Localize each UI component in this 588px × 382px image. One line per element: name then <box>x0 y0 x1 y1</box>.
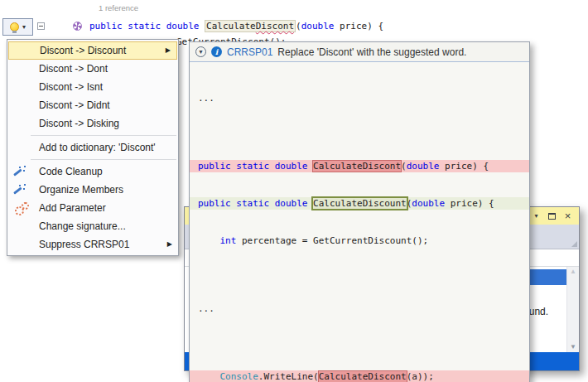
code-type: Console <box>220 371 258 382</box>
outlining-collapse-marker[interactable] <box>37 22 45 30</box>
ellipsis-line: ... <box>190 92 529 104</box>
scroll-down-icon[interactable]: ▼ <box>570 344 576 351</box>
window-position-icon[interactable]: ▾ <box>530 210 542 222</box>
removed-word: CalculateDiscont <box>319 371 407 382</box>
menu-item-change-signature[interactable]: Change signature... <box>7 217 178 235</box>
menu-item-label: Discont -> Discount <box>40 45 126 56</box>
lightbulb-icon <box>10 22 19 31</box>
issue-code: CRRSP01 <box>227 46 272 58</box>
submenu-arrow-icon: ▶ <box>166 42 171 59</box>
menu-item-label: Organize Members <box>39 184 123 196</box>
menu-item-label: Code Cleanup <box>39 166 103 177</box>
menu-item-code-cleanup[interactable]: Code Cleanup <box>7 162 178 181</box>
magic-wand-icon <box>14 165 27 178</box>
screenshot-root: 1 reference public static double Calcula… <box>0 0 588 382</box>
code-text: .WriteLine( <box>258 371 319 382</box>
ellipsis-line: ... <box>190 302 529 315</box>
menu-item-dont[interactable]: Discont -> Dont <box>7 60 178 78</box>
code-text: price) { <box>445 198 494 209</box>
close-icon: × <box>565 210 571 222</box>
menu-item-add-parameter[interactable]: Add Parameter <box>7 199 178 217</box>
menu-item-label: Add to dictionary: 'Discont' <box>39 142 156 153</box>
code-keywords: public static double <box>198 198 313 209</box>
code-paren: ( <box>296 21 301 31</box>
menu-item-organize-members[interactable]: Organize Members <box>7 181 178 199</box>
menu-item-label: Discont -> Isnt <box>39 81 103 93</box>
method-name-head: Calculate <box>206 21 256 31</box>
diff-added-line: public static double CalculateDiscount(d… <box>190 197 529 210</box>
quick-actions-menu: Discont -> Discount ▶ Discont -> Dont Di… <box>7 39 179 256</box>
gears-icon <box>14 201 27 215</box>
diff-removed-line: Console.WriteLine(CalculateDiscont(a)); <box>190 370 529 382</box>
menu-item-add-to-dictionary[interactable]: Add to dictionary: 'Discont' <box>7 138 178 157</box>
code-text: ( <box>401 161 407 172</box>
vertical-scrollbar[interactable]: ▲ ▼ <box>566 267 579 352</box>
code-keywords: public static double <box>198 161 313 172</box>
menu-item-isnt[interactable]: Discont -> Isnt <box>7 78 178 96</box>
info-icon: i <box>211 46 222 57</box>
fix-preview-popup: ▼ i CRRSP01 Replace 'Discont' with the s… <box>189 41 530 382</box>
preview-header: ▼ i CRRSP01 Replace 'Discont' with the s… <box>190 42 529 62</box>
collapse-chevron-icon[interactable]: ▼ <box>195 46 206 57</box>
code-keywords: public static double <box>89 21 205 31</box>
editor-code-line: public static double CalculateDiscont(do… <box>73 18 383 34</box>
code-rest: price) { <box>334 21 383 31</box>
close-button[interactable]: × <box>561 210 574 222</box>
code-text: percentage = GetCurrentDiscount(); <box>236 235 428 246</box>
menu-item-label: Change signature... <box>39 220 126 232</box>
magic-wand-icon <box>14 183 27 196</box>
code-indent <box>198 371 220 382</box>
removed-word: CalculateDiscont <box>313 161 401 172</box>
menu-separator <box>31 159 176 160</box>
menu-item-suppress[interactable]: Suppress CRRSP01 ▶ <box>7 235 178 254</box>
menu-separator <box>31 135 176 136</box>
codelens-references[interactable]: 1 reference <box>99 3 138 12</box>
preview-diff-body: ... public static double CalculateDiscon… <box>190 62 529 382</box>
submenu-arrow-icon: ▶ <box>167 235 172 254</box>
toolbar-grip <box>571 241 577 247</box>
menu-item-label: Discont -> Dont <box>39 63 108 75</box>
diff-removed-line: public static double CalculateDiscont(do… <box>190 160 529 172</box>
code-keyword: double <box>407 161 440 172</box>
menu-item-discount[interactable]: Discont -> Discount ▶ <box>8 41 177 60</box>
code-param-keyword: double <box>301 21 335 31</box>
misspelled-method-name: CalculateDiscont <box>205 20 296 32</box>
chevron-down-icon: ▾ <box>22 24 26 31</box>
lightbulb-button[interactable]: ▾ <box>2 18 33 36</box>
code-text: price) { <box>439 161 489 172</box>
code-indent <box>198 235 220 246</box>
code-keyword: int <box>220 235 237 246</box>
method-name-tail-squiggle: Discont <box>256 21 294 31</box>
issue-message: Replace 'Discont' with the suggested wor… <box>277 46 466 58</box>
menu-item-label: Discont -> Didnt <box>39 99 110 111</box>
chevron-down-icon: ▾ <box>534 212 537 220</box>
maximize-icon <box>548 213 556 220</box>
menu-item-disking[interactable]: Discont -> Disking <box>7 114 178 133</box>
scroll-up-icon[interactable]: ▲ <box>570 268 576 275</box>
code-keyword: double <box>412 198 445 209</box>
menu-item-label: Discont -> Disking <box>39 118 119 129</box>
menu-item-didnt[interactable]: Discont -> Didnt <box>7 96 178 114</box>
menu-item-label: Add Parameter <box>39 202 106 214</box>
menu-item-label: Suppress CRRSP01 <box>39 239 129 250</box>
maximize-button[interactable] <box>546 210 558 222</box>
code-text: (a)); <box>407 371 434 382</box>
diff-context-line: int percentage = GetCurrentDiscount(); <box>190 235 529 247</box>
method-glyph-icon <box>73 22 82 31</box>
added-word: CalculateDiscount <box>313 198 407 209</box>
